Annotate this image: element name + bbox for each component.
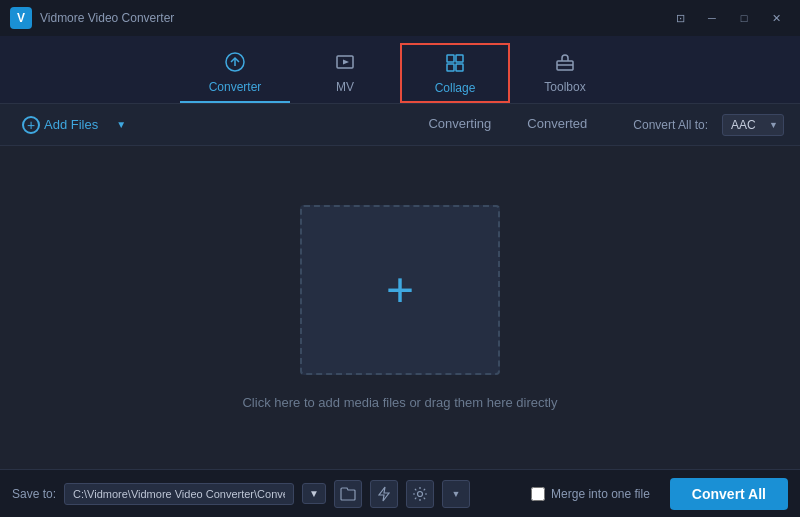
- convert-all-to-label: Convert All to:: [633, 118, 708, 132]
- converted-tab[interactable]: Converted: [509, 112, 605, 137]
- svg-rect-2: [447, 55, 454, 62]
- tab-toolbox[interactable]: Toolbox: [510, 43, 620, 103]
- add-files-button[interactable]: + Add Files: [16, 112, 104, 138]
- add-files-dropdown-button[interactable]: ▼: [112, 117, 130, 132]
- collage-icon: [444, 52, 466, 77]
- close-button[interactable]: ✕: [762, 8, 790, 28]
- save-to-label: Save to:: [12, 487, 56, 501]
- merge-checkbox[interactable]: [531, 487, 545, 501]
- format-select-wrapper: AAC MP3 MP4 AVI MOV ▼: [716, 114, 784, 136]
- main-content: + Click here to add media files or drag …: [0, 146, 800, 469]
- convert-all-button[interactable]: Convert All: [670, 478, 788, 510]
- toolbox-icon: [554, 51, 576, 76]
- app-logo: V: [10, 7, 32, 29]
- title-bar-title: Vidmore Video Converter: [40, 11, 174, 25]
- merge-checkbox-area: Merge into one file: [531, 487, 650, 501]
- add-media-icon: +: [386, 266, 414, 314]
- nav-tabs: Converter MV Collage: [0, 36, 800, 104]
- collage-tab-label: Collage: [435, 81, 476, 95]
- converter-tab-label: Converter: [209, 80, 262, 94]
- flash-icon-button[interactable]: [370, 480, 398, 508]
- save-path-input[interactable]: [64, 483, 294, 505]
- svg-point-8: [417, 491, 422, 496]
- title-bar-left: V Vidmore Video Converter: [10, 7, 174, 29]
- converter-icon: [224, 51, 246, 76]
- bottom-bar: Save to: ▼ ▼ Merge into one file Convert…: [0, 469, 800, 517]
- add-circle-icon: +: [22, 116, 40, 134]
- mv-icon: [334, 51, 356, 76]
- status-tabs: Converting Converted: [410, 112, 605, 137]
- toolbox-tab-label: Toolbox: [544, 80, 585, 94]
- svg-rect-3: [456, 55, 463, 62]
- toolbar: + Add Files ▼ Converting Converted Conve…: [0, 104, 800, 146]
- add-files-label: Add Files: [44, 117, 98, 132]
- merge-label: Merge into one file: [551, 487, 650, 501]
- tab-collage[interactable]: Collage: [400, 43, 510, 103]
- drop-zone[interactable]: +: [300, 205, 500, 375]
- title-bar-controls: ⊡ ─ □ ✕: [666, 8, 790, 28]
- minimize-button[interactable]: ─: [698, 8, 726, 28]
- converting-tab[interactable]: Converting: [410, 112, 509, 137]
- settings-icon-button[interactable]: [406, 480, 434, 508]
- save-path-dropdown-button[interactable]: ▼: [302, 483, 326, 504]
- mv-tab-label: MV: [336, 80, 354, 94]
- tab-mv[interactable]: MV: [290, 43, 400, 103]
- maximize-button[interactable]: □: [730, 8, 758, 28]
- tab-converter[interactable]: Converter: [180, 43, 290, 103]
- svg-rect-4: [447, 64, 454, 71]
- svg-rect-5: [456, 64, 463, 71]
- title-bar: V Vidmore Video Converter ⊡ ─ □ ✕: [0, 0, 800, 36]
- format-select[interactable]: AAC MP3 MP4 AVI MOV: [722, 114, 784, 136]
- subtitles-button[interactable]: ⊡: [666, 8, 694, 28]
- settings-dropdown-button[interactable]: ▼: [442, 480, 470, 508]
- drop-hint-text: Click here to add media files or drag th…: [242, 395, 557, 410]
- folder-icon-button[interactable]: [334, 480, 362, 508]
